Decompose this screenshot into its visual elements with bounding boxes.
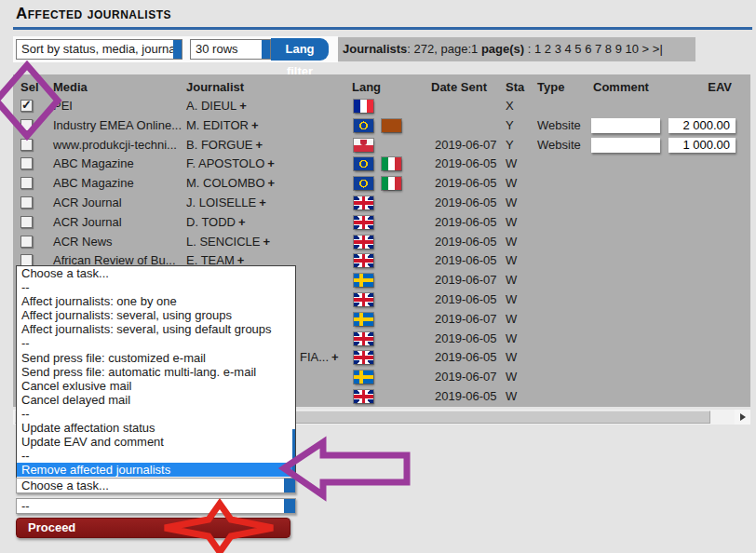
expand-plus-icon[interactable]: + [331, 350, 339, 364]
task-menu-option[interactable]: Affect journalists: one by one [17, 294, 295, 308]
secondary-select[interactable]: -- [16, 498, 296, 514]
lang-flag-icon [354, 293, 373, 306]
scroll-right-button[interactable] [735, 410, 750, 425]
expand-plus-icon[interactable]: + [251, 118, 259, 132]
expand-plus-icon[interactable]: + [268, 176, 276, 190]
lang-flag-icon [354, 119, 373, 132]
task-menu-option[interactable]: Affect journalists: several, using group… [17, 308, 295, 322]
task-menu-option[interactable]: -- [17, 336, 295, 350]
journalist-cell[interactable]: FIA...+ [300, 350, 339, 364]
task-menu-option[interactable]: Cancel delayed mail [17, 393, 295, 407]
eav-input[interactable] [668, 118, 736, 133]
journalist-name: J. LOISELLE [186, 196, 256, 209]
type-cell: Website [537, 118, 581, 132]
row-checkbox[interactable] [20, 216, 33, 228]
task-menu-option[interactable]: Send press file: automatic multi-lang. e… [17, 365, 295, 379]
lang-flag2-icon [382, 177, 401, 190]
lang-flag-icon [354, 332, 373, 345]
journalist-name: F. APOSTOLO [186, 156, 264, 170]
lang-flag-icon [354, 139, 373, 152]
status-cell: W [506, 176, 517, 190]
sort-select[interactable]: Sort by status, media, journalist [16, 39, 182, 60]
journalist-cell[interactable]: F. APOSTOLO+ [186, 156, 275, 170]
status-cell: Y [506, 118, 514, 132]
task-menu-option[interactable]: -- [17, 280, 295, 294]
expand-plus-icon[interactable]: + [267, 156, 275, 170]
expand-plus-icon[interactable]: + [238, 215, 246, 229]
row-checkbox[interactable] [20, 119, 33, 131]
journalist-cell[interactable]: B. FORGUE+ [186, 138, 263, 152]
media-cell[interactable]: ACR Journal [53, 215, 122, 229]
title-divider [13, 27, 752, 30]
row-checkbox[interactable] [20, 177, 33, 189]
sort-select-arrow-strip[interactable] [173, 40, 182, 59]
media-cell[interactable]: www.produkcji-techni... [53, 138, 177, 152]
table-row: Industry EMEA Online... M. EDITOR+ Y Web… [13, 116, 750, 136]
media-cell[interactable]: ACR Journal [53, 196, 122, 209]
comment-input[interactable] [591, 138, 660, 153]
row-checkbox[interactable] [20, 236, 33, 248]
media-cell[interactable]: ACR News [53, 235, 113, 249]
journalist-name: D. TODD [186, 215, 236, 229]
header-lang: Lang [352, 80, 381, 94]
lang-filter-button[interactable]: Lang filter [271, 38, 329, 61]
row-checkbox[interactable] [20, 157, 33, 169]
task-menu-option[interactable]: Remove affected journalists [17, 463, 295, 477]
comment-input[interactable] [591, 118, 660, 133]
expand-plus-icon[interactable]: + [239, 99, 247, 113]
task-select-scrollbar[interactable] [284, 479, 295, 492]
rows-select-arrow-strip[interactable] [262, 40, 270, 59]
date-sent-cell: 2019-06-05 [435, 176, 497, 190]
header-media: Media [53, 80, 88, 94]
task-menu-option[interactable]: -- [17, 407, 295, 421]
row-checkbox[interactable] [20, 100, 33, 112]
status-cell: W [506, 273, 517, 287]
proceed-button[interactable]: Proceed [16, 518, 290, 538]
rows-per-page-select[interactable]: 30 rows [190, 39, 271, 60]
date-sent-cell: 2019-06-07 [435, 273, 497, 287]
row-checkbox[interactable] [20, 196, 33, 209]
secondary-select-scrollbar[interactable] [284, 499, 295, 513]
rows-select-value: 30 rows [196, 42, 238, 56]
media-cell[interactable]: ABC Magazine [53, 176, 134, 190]
task-menu-option[interactable]: -- [17, 449, 295, 463]
header-date-sent: Date Sent [431, 80, 487, 94]
eav-input[interactable] [668, 138, 736, 153]
task-menu-option[interactable]: Cancel exlusive mail [17, 379, 295, 393]
date-sent-cell: 2019-06-07 [435, 370, 497, 384]
task-menu-list[interactable]: Choose a task...--Affect journalists: on… [16, 265, 296, 479]
date-sent-cell: 2019-06-07 [435, 312, 497, 326]
task-menu-option[interactable]: Choose a task... [17, 266, 295, 280]
media-cell[interactable]: PEI [53, 99, 73, 113]
task-menu-option[interactable]: Send press file: customized e-mail [17, 351, 295, 365]
task-menu-option[interactable]: Update affectation status [17, 421, 295, 435]
media-cell[interactable]: ABC Magazine [53, 156, 134, 170]
row-checkbox[interactable] [20, 139, 33, 151]
page-links[interactable]: : 1 2 3 4 5 6 7 8 9 10 > >| [524, 42, 663, 56]
journalist-cell[interactable]: A. DIEUL+ [186, 99, 247, 113]
lang-flag-icon [354, 274, 373, 287]
list-scrollbar[interactable] [292, 429, 295, 476]
date-sent-cell: 2019-06-05 [435, 389, 497, 403]
task-menu-option[interactable]: Affect journalists: several, using defau… [17, 322, 295, 336]
media-cell[interactable]: Industry EMEA Online... [53, 118, 182, 132]
expand-plus-icon[interactable]: + [263, 235, 270, 249]
date-sent-cell: 2019-06-05 [435, 235, 497, 249]
journalist-cell[interactable]: M. COLOMBO+ [186, 176, 275, 190]
sort-select-value: Sort by status, media, journalist [21, 42, 182, 56]
table-header-row: Sel Media Journalist Lang Date Sent Sta … [13, 78, 750, 97]
task-menu-option[interactable]: Update EAV and comment [17, 435, 295, 449]
journalist-name: M. EDITOR [186, 118, 249, 132]
journalist-cell[interactable]: L. SENCICLE+ [186, 235, 270, 249]
journalist-cell[interactable]: J. LOISELLE+ [186, 196, 266, 209]
journalist-name: B. FORGUE [186, 138, 253, 152]
journalist-cell[interactable]: M. EDITOR+ [186, 118, 259, 132]
task-select[interactable]: Choose a task... [16, 478, 296, 493]
journalists-count-label: Journalists [343, 42, 407, 56]
lang-flag-icon [354, 313, 373, 326]
annotation-arrow-left-icon [284, 442, 407, 495]
date-sent-cell: 2019-06-05 [435, 215, 497, 229]
expand-plus-icon[interactable]: + [259, 196, 266, 209]
journalist-cell[interactable]: D. TODD+ [186, 215, 246, 229]
expand-plus-icon[interactable]: + [256, 138, 263, 152]
